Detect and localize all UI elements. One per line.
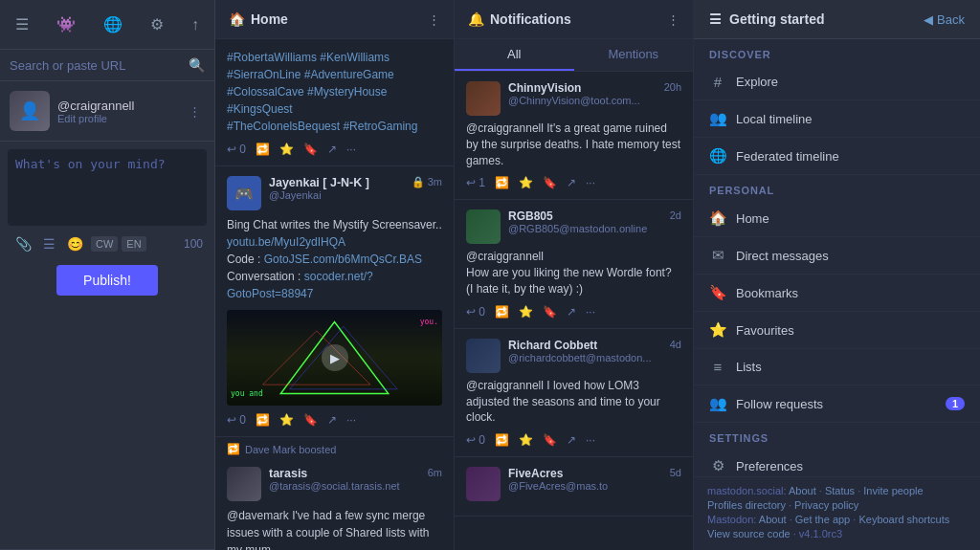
compose-area: 📎 ☰ 😊 CW EN 100 Publish!: [0, 142, 214, 550]
edit-profile-link[interactable]: Edit profile: [57, 113, 185, 124]
rgb805-name: RGB805: [508, 209, 662, 223]
nav-favourites[interactable]: ⭐ Favourites: [694, 312, 980, 349]
tarasis-body: @davemark I've had a few sync merge issu…: [227, 507, 442, 550]
fav[interactable]: ⭐: [519, 305, 533, 319]
settings-icon[interactable]: ⚙: [146, 13, 167, 35]
more[interactable]: ···: [586, 305, 595, 319]
hashtag-post-actions: ↩ 0 🔁 ⭐ 🔖 ↗ ···: [227, 143, 442, 156]
fiveacres-time: 5d: [670, 467, 681, 478]
nav-home[interactable]: 🏠 Home: [694, 200, 980, 237]
profiles-dir-link[interactable]: Profiles directory: [707, 499, 786, 511]
play-button[interactable]: ▶: [322, 344, 348, 371]
share[interactable]: ↗: [567, 433, 576, 447]
privacy-link[interactable]: Privacy policy: [794, 499, 858, 511]
back-button[interactable]: ◀ Back: [924, 12, 965, 27]
bookmark-action[interactable]: 🔖: [303, 413, 318, 427]
nav-preferences[interactable]: ⚙ Preferences: [694, 448, 980, 476]
notification-tabs: All Mentions: [455, 39, 693, 72]
about-link[interactable]: About: [789, 485, 816, 496]
boost-action[interactable]: 🔁: [256, 413, 270, 427]
lang-button[interactable]: EN: [122, 236, 145, 252]
settings-label: SETTINGS: [694, 423, 980, 448]
personal-label: PERSONAL: [694, 175, 980, 200]
boost[interactable]: 🔁: [495, 176, 509, 189]
nav-lists[interactable]: ≡ Lists: [694, 349, 980, 385]
nav-direct-messages[interactable]: ✉ Direct messages: [694, 237, 980, 275]
nav-explore[interactable]: # Explore: [694, 64, 980, 100]
footer-line2: Profiles directory · Privacy policy: [707, 499, 967, 511]
profile-handle: @craigrannell: [57, 99, 185, 113]
notif-settings-icon[interactable]: ⋮: [667, 12, 679, 27]
reply[interactable]: ↩ 0: [466, 433, 485, 447]
fav[interactable]: ⭐: [519, 176, 533, 189]
boost-text: Dave Mark boosted: [245, 444, 336, 455]
boost[interactable]: 🔁: [495, 305, 509, 319]
bookmark[interactable]: 🔖: [543, 305, 557, 319]
nav-preferences-label: Preferences: [736, 459, 803, 473]
compose-textarea[interactable]: [8, 149, 207, 226]
bookmark[interactable]: 🔖: [543, 176, 557, 189]
cw-button[interactable]: CW: [91, 236, 118, 252]
share[interactable]: ↗: [567, 176, 576, 189]
more[interactable]: ···: [586, 433, 595, 447]
getting-started-icon: ☰: [709, 11, 722, 27]
fav[interactable]: ⭐: [519, 433, 533, 447]
bookmark[interactable]: 🔖: [543, 433, 557, 447]
menu-button[interactable]: ☰: [11, 13, 33, 35]
right-panel: ☰ Getting started ◀ Back DISCOVER # Expl…: [694, 0, 980, 550]
boost[interactable]: 🔁: [495, 433, 509, 447]
fav-action[interactable]: ⭐: [279, 413, 294, 427]
more-action[interactable]: ···: [346, 413, 356, 427]
jayenkai-link2[interactable]: GotoJSE.com/b6MmQsCr.BAS: [264, 253, 422, 266]
publish-button[interactable]: Publish!: [56, 265, 158, 296]
attach-icon[interactable]: 📎: [11, 234, 35, 253]
nav-local-label: Local timeline: [736, 112, 813, 126]
nav-local-timeline[interactable]: 👥 Local timeline: [694, 100, 980, 138]
tab-all[interactable]: All: [455, 39, 574, 71]
rgb805-handle: @RGB805@mastodon.online: [508, 223, 662, 234]
fiveacres-handle: @FiveAcres@mas.to: [508, 480, 662, 492]
nav-federated-timeline[interactable]: 🌐 Federated timeline: [694, 138, 980, 175]
compose-icon[interactable]: ↑: [188, 14, 203, 35]
profile-menu-button[interactable]: ⋮: [185, 100, 205, 122]
getting-started-icon[interactable]: 👾: [53, 13, 79, 35]
status-link[interactable]: Status: [825, 485, 855, 496]
jayenkai-link1[interactable]: youtu.be/MyuI2ydIHQA: [227, 235, 345, 249]
bookmark-action[interactable]: 🔖: [303, 143, 318, 156]
reply[interactable]: ↩ 0: [466, 305, 485, 319]
boost-action[interactable]: 🔁: [256, 143, 270, 156]
discover-label: DISCOVER: [694, 39, 980, 64]
global-icon[interactable]: 🌐: [100, 13, 126, 35]
nav-follow-requests[interactable]: 👥 Follow requests 1: [694, 385, 980, 423]
mastodon-about-link[interactable]: About: [759, 514, 787, 525]
poll-icon[interactable]: ☰: [39, 234, 59, 253]
nav-bookmarks[interactable]: 🔖 Bookmarks: [694, 275, 980, 312]
bookmarks-icon: 🔖: [709, 284, 726, 301]
search-input[interactable]: [10, 58, 189, 73]
share[interactable]: ↗: [567, 305, 576, 319]
source-code-link[interactable]: View source code: [707, 528, 791, 539]
jayenkai-link3[interactable]: socoder.net/?GotoPost=88947: [227, 270, 373, 300]
reply-action[interactable]: ↩ 0: [227, 143, 246, 156]
chinnvision-body: @craiggrannell It's a great game ruined …: [466, 121, 681, 168]
share-action[interactable]: ↗: [327, 143, 337, 156]
follow-requests-icon: 👥: [709, 395, 726, 412]
jayenkai-media[interactable]: ▶ you and you.: [227, 310, 442, 406]
jayenkai-avatar: 🎮: [227, 176, 261, 210]
reply[interactable]: ↩ 1: [466, 176, 485, 189]
tab-mentions[interactable]: Mentions: [574, 39, 694, 71]
home-settings-icon[interactable]: ⋮: [428, 12, 440, 27]
reply-action[interactable]: ↩ 0: [227, 413, 246, 427]
invite-link[interactable]: Invite people: [863, 485, 923, 496]
more-action[interactable]: ···: [346, 143, 356, 156]
chinnvision-time: 20h: [664, 81, 681, 93]
more[interactable]: ···: [586, 176, 595, 189]
explore-icon: #: [709, 74, 726, 90]
share-action[interactable]: ↗: [327, 413, 337, 427]
keyboard-shortcuts-link[interactable]: Keyboard shortcuts: [858, 514, 949, 525]
emoji-icon[interactable]: 😊: [63, 234, 87, 253]
get-app-link[interactable]: Get the app: [795, 514, 851, 525]
nav-bookmarks-label: Bookmarks: [736, 286, 798, 300]
home-panel: 🏠 Home ⋮ #RobertaWilliams #KenWilliams #…: [215, 0, 455, 550]
fav-action[interactable]: ⭐: [279, 143, 294, 156]
